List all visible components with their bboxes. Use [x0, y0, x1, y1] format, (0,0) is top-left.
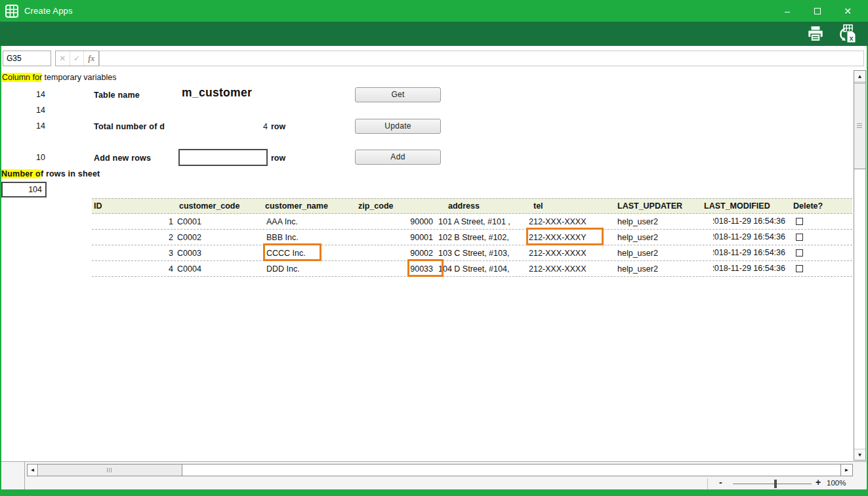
temp-value-cell[interactable]: 14 [1, 106, 45, 115]
excel-refresh-icon: x [836, 24, 858, 45]
cell-address[interactable]: 102 B Street, #102, [437, 230, 526, 245]
print-button[interactable] [804, 24, 827, 45]
rows-in-sheet-label: Number of rows in sheet [1, 169, 100, 178]
delete-checkbox[interactable] [796, 218, 803, 225]
highlighted-text: Column for [2, 73, 42, 82]
cell-reference-input[interactable] [3, 51, 51, 66]
cell-customer-code[interactable]: C0001 [176, 214, 261, 229]
cell-customer-code[interactable]: C0004 [176, 261, 261, 276]
zoom-in-button[interactable]: + [816, 477, 821, 487]
cell-delete [787, 230, 852, 245]
cell-last-modified[interactable]: 2018-11-29 16:54:36 [697, 261, 787, 276]
cell-customer-name[interactable]: BBB Inc. [261, 230, 348, 245]
maximize-icon [814, 8, 821, 14]
cell-last-updater[interactable]: help_user2 [613, 261, 697, 276]
cell-address[interactable]: 101 A Street, #101 , [437, 214, 526, 229]
cell-last-updater[interactable]: help_user2 [613, 245, 697, 260]
cell-id[interactable]: 2 [92, 230, 176, 245]
window-title: Create Apps [24, 6, 73, 16]
total-rows-label: Total number of d [94, 122, 165, 131]
scroll-right-button[interactable]: ► [840, 465, 852, 476]
formula-enter-icon[interactable]: ✓ [70, 51, 85, 66]
cell-address[interactable]: 103 C Street, #103, [437, 245, 526, 260]
zoom-out-button[interactable]: - [719, 477, 722, 487]
cell-delete [787, 214, 852, 229]
window-border-left [0, 46, 1, 489]
header-tel[interactable]: tel [526, 199, 613, 213]
cell-last-updater[interactable]: help_user2 [613, 230, 697, 245]
add-rows-label: Add new rows [94, 154, 151, 163]
formula-input[interactable] [99, 51, 864, 66]
header-customer-name[interactable]: customer_name [261, 199, 348, 213]
horizontal-scrollbar-thumb[interactable] [39, 465, 182, 476]
vertical-scrollbar-thumb[interactable] [854, 83, 865, 169]
thumb-grip-icon [107, 468, 112, 472]
header-address[interactable]: address [437, 199, 526, 213]
cell-last-modified[interactable]: 2018-11-29 16:54:36 [697, 214, 787, 229]
cell-customer-code[interactable]: C0003 [176, 245, 261, 260]
toolbar: x [0, 22, 868, 46]
delete-checkbox[interactable] [796, 234, 803, 241]
right-arrow-icon: ► [844, 467, 850, 473]
cell-zip-code[interactable]: 90000 [348, 214, 437, 229]
header-delete[interactable]: Delete? [787, 199, 852, 213]
formula-buttons: ✕ ✓ fx [55, 51, 99, 66]
temp-value-cell[interactable]: 10 [1, 153, 45, 162]
rows-in-sheet-value[interactable]: 104 [1, 182, 47, 197]
cell-zip-code[interactable]: 90002 [348, 245, 437, 260]
table-name-label: Table name [94, 91, 140, 100]
horizontal-scrollbar: ◄ ► [27, 464, 853, 476]
cell-id[interactable]: 4 [92, 261, 176, 276]
cell-address[interactable]: 104 D Street, #104, [437, 261, 526, 276]
annotation-box-customer-name [263, 243, 321, 261]
get-button[interactable]: Get [355, 87, 441, 102]
excel-export-button[interactable]: x [835, 24, 859, 45]
header-last-modified[interactable]: LAST_MODIFIED [697, 199, 787, 213]
header-id[interactable]: ID [92, 199, 176, 213]
cell-tel[interactable]: 212-XXX-XXXX [526, 214, 613, 229]
scroll-left-button[interactable]: ◄ [28, 465, 38, 476]
bottom-panel: ◄ ► - + 100% [1, 461, 867, 489]
update-button[interactable]: Update [355, 119, 441, 134]
add-rows-input[interactable] [178, 149, 268, 166]
cell-last-modified[interactable]: 2018-11-29 16:54:36 [697, 245, 787, 260]
header-zip-code[interactable]: zip_code [348, 199, 437, 213]
delete-checkbox[interactable] [796, 249, 803, 257]
add-button[interactable]: Add [355, 150, 441, 165]
cell-tel[interactable]: 212-XXX-XXXX [526, 245, 613, 260]
minimize-button[interactable]: – [772, 0, 802, 22]
customer-table: ID customer_code customer_name zip_code … [92, 198, 852, 277]
header-customer-code[interactable]: customer_code [176, 199, 261, 213]
temp-value-cell[interactable]: 14 [1, 121, 45, 131]
svg-text:x: x [850, 34, 854, 42]
cell-id[interactable]: 1 [92, 214, 176, 229]
cell-last-updater[interactable]: help_user2 [613, 214, 697, 229]
maximize-button[interactable] [802, 0, 833, 22]
scroll-down-button[interactable]: ▼ [854, 449, 865, 460]
total-rows-value: 4 [223, 122, 268, 131]
scroll-up-button[interactable]: ▲ [854, 71, 865, 82]
header-last-updater[interactable]: LAST_UPDATER [613, 199, 697, 213]
temp-value-cell[interactable]: 14 [1, 90, 45, 99]
cell-tel[interactable]: 212-XXX-XXXX [526, 261, 613, 276]
spreadsheet-app-icon [5, 5, 18, 18]
table-row: 3 C0003 CCCC Inc. 90002 103 C Street, #1… [92, 245, 852, 261]
delete-checkbox[interactable] [796, 265, 803, 272]
cell-last-modified[interactable]: 2018-11-29 16:54:36 [697, 230, 787, 245]
cell-customer-name[interactable]: DDD Inc. [261, 261, 348, 276]
cell-id[interactable]: 3 [92, 245, 176, 260]
printer-icon [806, 24, 825, 44]
close-button[interactable]: ✕ [833, 0, 863, 22]
zoom-slider-thumb[interactable] [774, 480, 777, 488]
cell-customer-code[interactable]: C0002 [176, 230, 261, 245]
insert-function-icon[interactable]: fx [84, 51, 98, 66]
cell-customer-name[interactable]: AAA Inc. [261, 214, 348, 229]
zoom-slider-track[interactable] [733, 484, 812, 484]
zoom-level-label: 100% [827, 479, 846, 487]
highlighted-text: Number o [1, 169, 41, 178]
titlebar: Create Apps – ✕ [0, 0, 868, 22]
annotation-box-tel [526, 228, 604, 245]
cell-zip-code[interactable]: 90001 [348, 230, 437, 245]
formula-cancel-icon[interactable]: ✕ [56, 51, 70, 66]
left-arrow-icon: ◄ [30, 467, 35, 473]
